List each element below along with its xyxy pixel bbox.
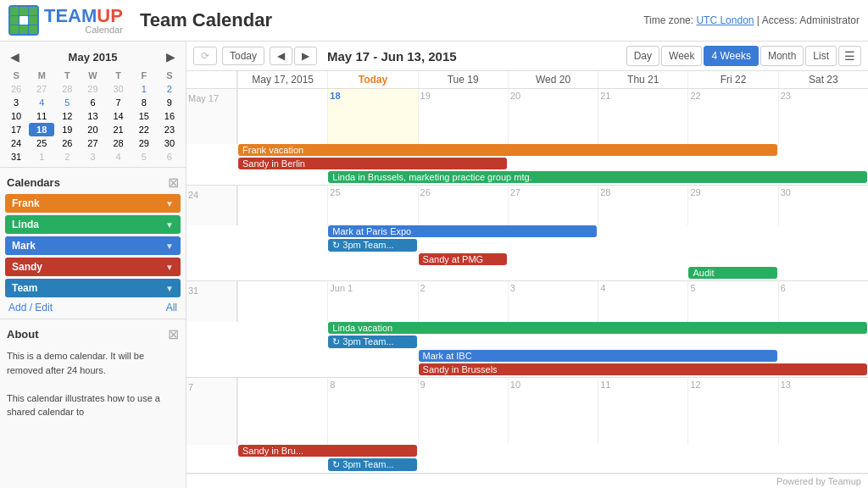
mini-cal-day[interactable]: 28 bbox=[106, 136, 131, 150]
day-cell[interactable]: 13 bbox=[778, 378, 868, 446]
day-cell[interactable]: 6 bbox=[778, 281, 868, 322]
calendars-section-header[interactable]: Calendars ⊠ bbox=[5, 171, 181, 194]
mini-cal-day[interactable]: 24 bbox=[3, 136, 29, 150]
calendar-event[interactable]: ↻ 3pm Team... bbox=[328, 458, 416, 471]
mini-cal-day[interactable]: 12 bbox=[54, 109, 80, 123]
day-cell[interactable]: 18 bbox=[327, 89, 417, 144]
mini-cal-day[interactable]: 1 bbox=[29, 150, 54, 164]
mini-cal-day[interactable]: 25 bbox=[29, 136, 54, 150]
calendar-event[interactable]: ↻ 3pm Team... bbox=[328, 239, 416, 252]
mini-cal-day[interactable]: 27 bbox=[29, 82, 54, 96]
mini-cal-day[interactable]: 6 bbox=[80, 96, 105, 109]
day-cell[interactable]: 12 bbox=[687, 378, 777, 446]
mini-cal-day[interactable]: 29 bbox=[131, 136, 157, 150]
day-cell[interactable]: Jun 1 bbox=[327, 281, 417, 322]
day-cell[interactable] bbox=[237, 186, 327, 226]
day-cell[interactable]: 3 bbox=[508, 281, 598, 322]
mini-cal-day[interactable]: 2 bbox=[157, 82, 182, 96]
calendar-event[interactable]: ↻ 3pm Team... bbox=[328, 336, 416, 348]
mini-cal-day[interactable]: 20 bbox=[80, 123, 105, 136]
mini-cal-day[interactable]: 22 bbox=[131, 123, 157, 136]
day-cell[interactable]: 28 bbox=[598, 186, 687, 226]
mini-cal-day[interactable]: 26 bbox=[54, 136, 80, 150]
day-cell[interactable]: 5 bbox=[687, 281, 777, 322]
mini-cal-day[interactable]: 5 bbox=[54, 96, 80, 109]
mini-cal-day[interactable]: 3 bbox=[3, 96, 29, 109]
mini-cal-next[interactable]: ▶ bbox=[161, 48, 181, 65]
calendar-event[interactable]: Audit bbox=[688, 267, 776, 279]
about-section-header[interactable]: About ⊠ bbox=[5, 323, 181, 346]
day-cell[interactable]: 11 bbox=[598, 378, 687, 446]
mini-cal-prev[interactable]: ◀ bbox=[5, 48, 25, 65]
mini-cal-day[interactable]: 13 bbox=[80, 109, 105, 123]
day-cell[interactable]: 27 bbox=[508, 186, 598, 226]
mini-cal-day[interactable]: 1 bbox=[131, 82, 157, 96]
calendar-event[interactable]: Sandy at PMG bbox=[419, 253, 507, 265]
day-cell[interactable]: 10 bbox=[508, 378, 598, 446]
calendar-event[interactable]: Mark at IBC bbox=[419, 350, 777, 362]
view-month[interactable]: Month bbox=[760, 46, 804, 66]
mini-cal-day[interactable]: 26 bbox=[3, 82, 29, 96]
day-cell[interactable]: 19 bbox=[418, 89, 508, 144]
day-cell[interactable]: 30 bbox=[778, 186, 868, 226]
mini-cal-day[interactable]: 3 bbox=[80, 150, 105, 164]
mini-cal-day[interactable]: 7 bbox=[106, 96, 131, 109]
mini-cal-day[interactable]: 9 bbox=[157, 96, 182, 109]
mini-cal-day[interactable]: 31 bbox=[3, 150, 29, 164]
calendar-item-team[interactable]: Team▼ bbox=[5, 279, 181, 297]
mini-cal-day[interactable]: 4 bbox=[29, 96, 54, 109]
mini-cal-day[interactable]: 27 bbox=[80, 136, 105, 150]
mini-cal-day[interactable]: 19 bbox=[54, 123, 80, 136]
calendar-item-mark[interactable]: Mark▼ bbox=[5, 236, 181, 255]
menu-button[interactable]: ☰ bbox=[838, 46, 861, 66]
mini-cal-day[interactable]: 30 bbox=[106, 82, 131, 96]
day-cell[interactable] bbox=[237, 281, 327, 322]
mini-cal-day[interactable]: 17 bbox=[3, 123, 29, 136]
day-cell[interactable]: 23 bbox=[778, 89, 868, 144]
view-day[interactable]: Day bbox=[626, 46, 659, 66]
refresh-button[interactable]: ⟳ bbox=[193, 47, 217, 65]
mini-cal-day[interactable]: 23 bbox=[157, 123, 182, 136]
mini-cal-day[interactable]: 18 bbox=[29, 123, 54, 136]
day-cell[interactable]: 20 bbox=[508, 89, 598, 144]
view-list[interactable]: List bbox=[805, 46, 837, 66]
mini-cal-day[interactable]: 2 bbox=[54, 150, 80, 164]
mini-cal-day[interactable]: 4 bbox=[106, 150, 131, 164]
today-button[interactable]: Today bbox=[222, 47, 264, 65]
calendar-event[interactable]: Linda vacation bbox=[328, 322, 867, 334]
mini-cal-day[interactable]: 28 bbox=[54, 82, 80, 96]
day-cell[interactable]: 2 bbox=[418, 281, 508, 322]
view-week[interactable]: Week bbox=[661, 46, 702, 66]
prev-button[interactable]: ◀ bbox=[270, 47, 292, 65]
day-cell[interactable]: 21 bbox=[598, 89, 687, 144]
day-cell[interactable]: 26 bbox=[418, 186, 508, 226]
day-cell[interactable]: 8 bbox=[327, 378, 417, 446]
day-cell[interactable]: 4 bbox=[598, 281, 687, 322]
mini-cal-day[interactable]: 8 bbox=[131, 96, 157, 109]
calendar-event[interactable]: Linda in Brussels, marketing practice gr… bbox=[328, 171, 867, 183]
mini-cal-day[interactable]: 30 bbox=[157, 136, 182, 150]
day-cell[interactable]: 25 bbox=[327, 186, 417, 226]
mini-cal-day[interactable]: 14 bbox=[106, 109, 131, 123]
day-cell[interactable]: 29 bbox=[687, 186, 777, 226]
add-edit-link[interactable]: Add / Edit bbox=[8, 302, 53, 313]
day-cell[interactable] bbox=[237, 89, 327, 144]
timezone-link[interactable]: UTC London bbox=[696, 14, 754, 26]
calendar-item-sandy[interactable]: Sandy▼ bbox=[5, 258, 181, 276]
next-button[interactable]: ▶ bbox=[294, 47, 317, 65]
calendar-item-frank[interactable]: Frank▼ bbox=[5, 194, 181, 213]
day-cell[interactable]: 22 bbox=[687, 89, 777, 144]
mini-cal-day[interactable]: 11 bbox=[29, 109, 54, 123]
mini-cal-day[interactable]: 21 bbox=[106, 123, 131, 136]
day-cell[interactable] bbox=[237, 378, 327, 446]
view-4weeks[interactable]: 4 Weeks bbox=[704, 46, 758, 66]
all-link[interactable]: All bbox=[166, 302, 177, 313]
calendar-event[interactable]: Frank vacation bbox=[238, 144, 777, 156]
mini-cal-day[interactable]: 15 bbox=[131, 109, 157, 123]
calendar-event[interactable]: Mark at Paris Expo bbox=[328, 225, 597, 237]
mini-cal-day[interactable]: 6 bbox=[157, 150, 182, 164]
mini-cal-day[interactable]: 29 bbox=[80, 82, 105, 96]
mini-cal-day[interactable]: 5 bbox=[131, 150, 157, 164]
calendar-event[interactable]: Sandy in Brussels bbox=[419, 363, 867, 375]
mini-cal-day[interactable]: 10 bbox=[3, 109, 29, 123]
